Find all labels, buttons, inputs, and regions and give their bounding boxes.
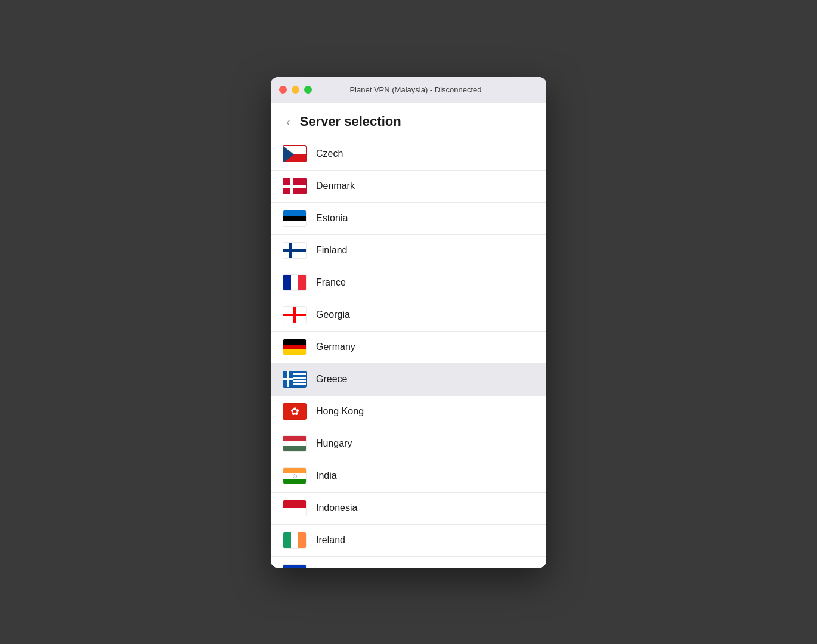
flag-georgia: [283, 306, 307, 323]
country-name-hungary: Hungary: [316, 438, 352, 449]
server-item-israel[interactable]: ✡ Israel: [271, 557, 546, 568]
flag-ireland: [283, 532, 307, 549]
country-name-india: India: [316, 470, 337, 481]
server-item-hungary[interactable]: Hungary: [271, 428, 546, 460]
server-item-france[interactable]: France: [271, 267, 546, 299]
server-item-georgia[interactable]: Georgia: [271, 299, 546, 332]
country-name-indonesia: Indonesia: [316, 503, 357, 513]
flag-finland: [283, 242, 307, 259]
server-item-hongkong[interactable]: ✿ Hong Kong: [271, 396, 546, 428]
flag-hungary: [283, 435, 307, 452]
flag-india: ⊙: [283, 467, 307, 484]
server-item-indonesia[interactable]: Indonesia: [271, 493, 546, 525]
flag-greece: [283, 371, 307, 388]
flag-estonia: [283, 210, 307, 227]
flag-czech: [283, 145, 307, 162]
server-item-greece[interactable]: Greece: [271, 364, 546, 396]
app-window: Planet VPN (Malaysia) - Disconnected ‹ S…: [271, 77, 546, 568]
country-name-germany: Germany: [316, 342, 355, 352]
flag-israel: ✡: [283, 564, 307, 568]
country-name-denmark: Denmark: [316, 181, 355, 191]
country-name-israel: Israel: [316, 567, 339, 568]
server-item-ireland[interactable]: Ireland: [271, 525, 546, 557]
flag-france: [283, 274, 307, 291]
server-item-finland[interactable]: Finland: [271, 235, 546, 267]
server-item-germany[interactable]: Germany: [271, 332, 546, 364]
close-button[interactable]: [279, 86, 287, 94]
flag-denmark: [283, 178, 307, 194]
country-name-georgia: Georgia: [316, 309, 350, 320]
country-name-czech: Czech: [316, 148, 343, 159]
page-title: Server selection: [300, 114, 401, 129]
country-name-finland: Finland: [316, 245, 347, 256]
server-list[interactable]: Czech Denmark Estonia Finland: [271, 138, 546, 568]
server-item-india[interactable]: ⊙ India: [271, 460, 546, 493]
titlebar: Planet VPN (Malaysia) - Disconnected: [271, 77, 546, 103]
country-name-estonia: Estonia: [316, 213, 348, 224]
content-area: ‹ Server selection Czech Denmark: [271, 103, 546, 568]
country-name-france: France: [316, 277, 346, 288]
country-name-greece: Greece: [316, 374, 347, 385]
server-item-estonia[interactable]: Estonia: [271, 203, 546, 235]
flag-germany: [283, 339, 307, 355]
flag-hongkong: ✿: [283, 403, 307, 420]
flag-indonesia: [283, 500, 307, 516]
page-header: ‹ Server selection: [271, 103, 546, 138]
server-item-czech[interactable]: Czech: [271, 138, 546, 171]
back-button[interactable]: ‹: [283, 114, 294, 129]
country-name-hongkong: Hong Kong: [316, 406, 364, 417]
server-item-denmark[interactable]: Denmark: [271, 171, 546, 203]
country-name-ireland: Ireland: [316, 535, 345, 546]
window-title: Planet VPN (Malaysia) - Disconnected: [293, 85, 538, 94]
